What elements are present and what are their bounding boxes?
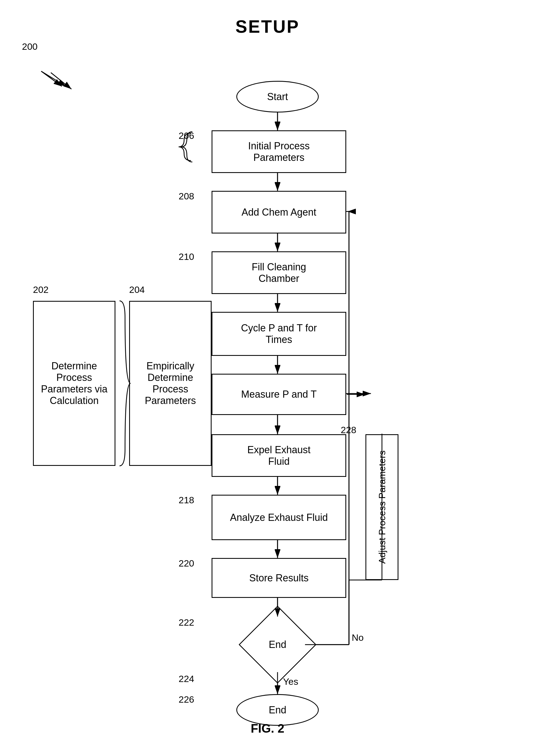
page-title: SETUP (11, 11, 524, 37)
end-oval-label: End (269, 704, 286, 716)
fill-cleaning-box: Fill CleaningChamber (211, 251, 346, 294)
no-label: No (352, 632, 364, 643)
ref-222: 222 (179, 617, 194, 628)
end-diamond-container: End (250, 617, 305, 672)
ref-202: 202 (33, 284, 49, 295)
ref-224: 224 (179, 674, 194, 684)
start-label: Start (267, 91, 288, 103)
fig-caption: FIG. 2 (11, 722, 524, 735)
adjust-params-box: Adjust Process Parameters (365, 434, 398, 580)
ref-208: 208 (179, 191, 194, 201)
svg-line-2 (41, 71, 66, 86)
cycle-pt-label: Cycle P and T forTimes (241, 322, 317, 346)
ref-226: 226 (179, 694, 194, 705)
analyze-exhaust-label: Analyze Exhaust Fluid (230, 512, 328, 523)
analyze-exhaust-box: Analyze Exhaust Fluid (211, 495, 346, 540)
diagram: Start 206 Initial ProcessParameters 208 … (11, 53, 524, 741)
end-oval: End (236, 694, 319, 726)
ref-220: 220 (179, 558, 194, 569)
fill-cleaning-label: Fill CleaningChamber (252, 261, 306, 284)
ref-200: 200 (22, 41, 38, 52)
cycle-pt-box: Cycle P and T forTimes (211, 312, 346, 356)
ref-210: 210 (179, 251, 194, 262)
svg-line-35 (51, 73, 71, 89)
box-204-label: EmpiricallyDetermine ProcessParameters (135, 360, 205, 407)
adjust-params-label: Adjust Process Parameters (377, 450, 387, 564)
yes-label: Yes (283, 676, 298, 687)
box-202: Determine ProcessParameters viaCalculati… (33, 301, 115, 466)
store-results-box: Store Results (211, 558, 346, 598)
ref-228: 228 (341, 425, 356, 435)
initial-process-label: Initial ProcessParameters (248, 140, 310, 163)
start-oval: Start (236, 81, 319, 112)
box-204: EmpiricallyDetermine ProcessParameters (129, 301, 211, 466)
measure-pt-box: Measure P and T (211, 374, 346, 415)
svg-line-17 (41, 71, 62, 86)
end-diamond-text: End (250, 617, 305, 672)
initial-process-box: Initial ProcessParameters (211, 130, 346, 173)
box-202-label: Determine ProcessParameters viaCalculati… (39, 360, 109, 407)
add-chem-box: Add Chem Agent (211, 191, 346, 233)
ref-218: 218 (179, 495, 194, 505)
expel-exhaust-box: Expel ExhaustFluid (211, 434, 346, 477)
measure-pt-label: Measure P and T (241, 389, 317, 400)
page: SETUP 200 (0, 0, 535, 756)
expel-exhaust-label: Expel ExhaustFluid (247, 444, 311, 467)
add-chem-label: Add Chem Agent (241, 206, 316, 218)
ref-206: 206 (179, 130, 194, 141)
store-results-label: Store Results (249, 572, 309, 584)
ref-204: 204 (129, 284, 145, 295)
